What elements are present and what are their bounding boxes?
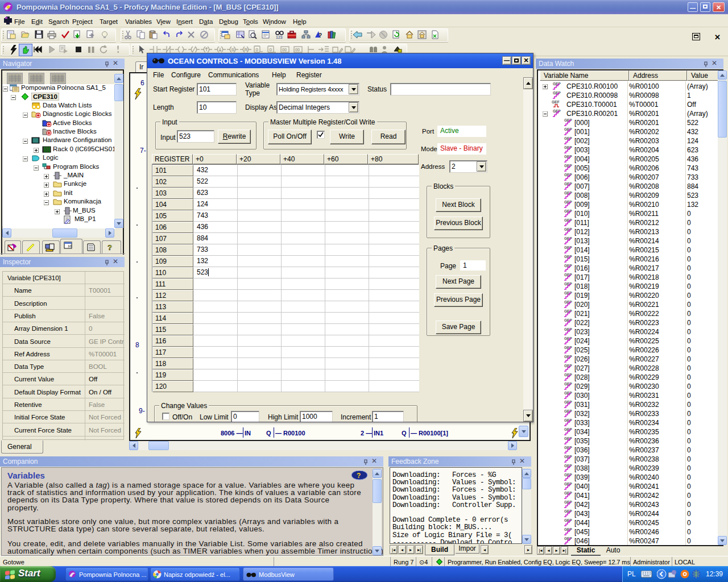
svg-text:GEF: GEF (552, 100, 559, 104)
svg-text:0: 0 (256, 47, 259, 52)
svg-text:R: R (245, 47, 248, 52)
svg-text:10: 10 (68, 244, 72, 248)
svg-text:123: 123 (276, 35, 283, 39)
svg-text:0: 0 (270, 47, 272, 52)
svg-text:?: ? (357, 472, 361, 480)
svg-text:00: 00 (295, 48, 300, 52)
svg-text:S: S (231, 47, 234, 52)
svg-text:?: ? (318, 32, 322, 39)
svg-text:?: ? (107, 243, 112, 252)
svg-text:00: 00 (282, 48, 287, 52)
